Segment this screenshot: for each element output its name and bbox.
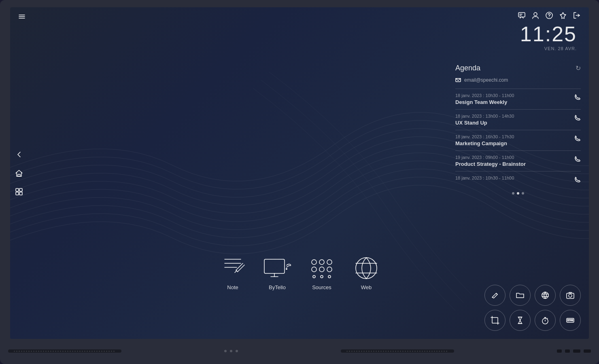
- svg-line-20: [238, 265, 244, 272]
- apps-icon[interactable]: [13, 186, 25, 197]
- dot-2[interactable]: [517, 192, 519, 195]
- left-sidebar: [10, 144, 28, 202]
- speaker-right: [341, 349, 454, 353]
- svg-line-22: [235, 271, 237, 273]
- svg-rect-11: [16, 188, 19, 191]
- clock-time: 11:25: [520, 23, 577, 44]
- port-1: [557, 349, 562, 353]
- indicator-1: [224, 350, 227, 352]
- agenda-title: Agenda: [455, 64, 480, 72]
- screen: 11:25 VEN. 28 AVR.: [10, 7, 589, 339]
- svg-point-26: [286, 268, 287, 270]
- agenda-item-0: 18 janv. 2023 : 10h30 - 11h00 Design Tea…: [455, 89, 581, 109]
- tool-folder[interactable]: [510, 285, 531, 306]
- dot-3[interactable]: [522, 192, 524, 195]
- home-icon[interactable]: [13, 167, 25, 179]
- call-icon-0[interactable]: [574, 94, 581, 102]
- svg-rect-12: [19, 188, 22, 191]
- clock-section: 11:25 VEN. 28 AVR.: [520, 23, 577, 51]
- svg-point-29: [327, 260, 332, 265]
- refresh-icon[interactable]: ↻: [576, 64, 581, 72]
- note-icon: [219, 256, 247, 280]
- tool-pencil[interactable]: [484, 285, 506, 306]
- sources-icon: [308, 256, 336, 280]
- svg-point-27: [312, 260, 316, 265]
- svg-rect-10: [18, 174, 20, 176]
- dot-1[interactable]: [512, 192, 514, 195]
- indicator-2: [230, 350, 232, 352]
- agenda-email: email@speechi.com: [455, 77, 581, 83]
- svg-point-36: [356, 258, 377, 279]
- indicator-3: [236, 350, 238, 352]
- clock-date: VEN. 28 AVR.: [520, 46, 577, 51]
- agenda-item-1: 18 janv. 2023 : 13h00 - 14h30 UX Stand U…: [455, 109, 581, 130]
- monitor-bottom: [0, 339, 599, 363]
- tool-hourglass[interactable]: [510, 310, 531, 331]
- tool-stopwatch[interactable]: [535, 310, 556, 331]
- chat-icon[interactable]: [518, 11, 526, 19]
- app-note[interactable]: Note: [219, 256, 247, 290]
- svg-line-56: [547, 318, 548, 319]
- app-note-label: Note: [227, 284, 238, 290]
- svg-rect-13: [16, 192, 19, 195]
- svg-line-39: [496, 293, 497, 294]
- monitor: 11:25 VEN. 28 AVR.: [0, 0, 599, 364]
- svg-point-31: [319, 267, 324, 272]
- agenda-item-3: 19 janv. 2023 : 09h00 - 11h00 Product St…: [455, 150, 581, 171]
- port-4: [584, 349, 591, 353]
- svg-point-44: [569, 294, 572, 297]
- help-icon[interactable]: [545, 11, 553, 19]
- port-3: [573, 349, 580, 353]
- svg-rect-23: [264, 259, 285, 273]
- pin-icon[interactable]: [559, 11, 567, 19]
- web-icon: [352, 256, 380, 280]
- exit-icon[interactable]: [573, 11, 581, 19]
- back-icon[interactable]: [13, 149, 25, 160]
- call-icon-2[interactable]: [574, 135, 581, 143]
- agenda-panel: Agenda ↻ email@speechi.com 18 janv. 2023…: [455, 64, 581, 195]
- app-bytello-label: ByTello: [269, 284, 286, 290]
- bytello-icon: [263, 256, 291, 280]
- tool-crop[interactable]: [484, 310, 506, 331]
- user-icon[interactable]: [531, 11, 540, 19]
- svg-rect-14: [19, 192, 22, 195]
- app-sources[interactable]: Sources: [308, 256, 336, 290]
- svg-rect-3: [518, 13, 525, 17]
- agenda-pagination: [455, 192, 581, 195]
- call-icon-3[interactable]: [574, 156, 581, 163]
- top-right-controls: [518, 11, 581, 19]
- call-icon-1[interactable]: [574, 114, 581, 122]
- app-bytello[interactable]: ByTello: [263, 256, 291, 290]
- call-icon-4[interactable]: [574, 176, 581, 184]
- agenda-item-4: 18 janv. 2023 : 10h30 - 11h00: [455, 171, 581, 188]
- bottom-ports: [557, 349, 591, 353]
- menu-icon[interactable]: [18, 13, 25, 22]
- app-web[interactable]: Web: [352, 256, 380, 290]
- agenda-header: Agenda ↻: [455, 64, 581, 72]
- svg-point-8: [549, 17, 550, 18]
- agenda-item-2: 18 janv. 2023 : 16h30 - 17h30 Marketing …: [455, 130, 581, 150]
- svg-point-32: [327, 267, 332, 272]
- speaker-left: [8, 349, 121, 353]
- bottom-apps: Note ByTello: [219, 256, 380, 290]
- svg-rect-45: [492, 317, 498, 323]
- svg-point-40: [542, 292, 548, 298]
- bottom-tools: [484, 285, 581, 331]
- svg-point-34: [321, 275, 323, 278]
- svg-point-35: [328, 275, 331, 278]
- tool-globe[interactable]: [535, 285, 556, 306]
- app-sources-label: Sources: [312, 284, 331, 290]
- tool-keyboard[interactable]: [560, 310, 581, 331]
- svg-point-6: [534, 13, 537, 16]
- svg-point-28: [319, 260, 324, 265]
- app-web-label: Web: [361, 284, 372, 290]
- svg-point-30: [312, 267, 316, 272]
- svg-point-33: [313, 275, 315, 278]
- svg-line-19: [236, 263, 243, 270]
- port-2: [565, 349, 570, 353]
- tool-camera[interactable]: [560, 285, 581, 306]
